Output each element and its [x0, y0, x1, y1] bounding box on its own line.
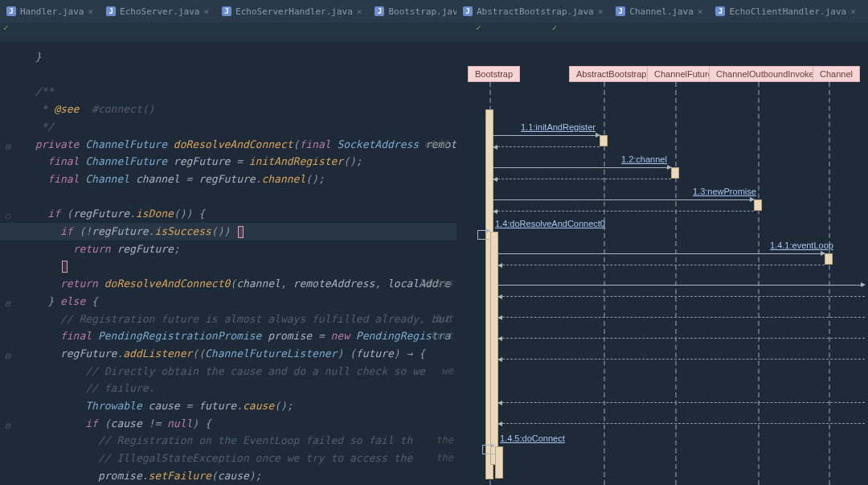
return-arrow-icon	[498, 317, 865, 318]
fold-icon[interactable]: ⊟	[5, 138, 16, 150]
tab-echoserverhandler[interactable]: EchoServerHandler.java×	[215, 0, 368, 23]
java-icon	[6, 6, 16, 16]
truncation-hint: trat	[430, 327, 453, 345]
return-arrow-icon	[498, 423, 865, 424]
gutter-icon[interactable]: ○	[5, 208, 16, 219]
tab-echoclienthandler[interactable]: EchoClientHandler.java×	[709, 0, 862, 23]
return-arrow-icon	[498, 359, 865, 360]
truncation-hint: but	[436, 310, 453, 328]
return-arrow-icon	[498, 402, 865, 403]
java-icon	[106, 6, 116, 16]
arrow-icon	[493, 135, 600, 136]
close-icon[interactable]: ×	[357, 6, 362, 17]
truncation-hint: the	[436, 450, 453, 467]
truncation-hint: the	[436, 432, 453, 450]
sequence-diagram-panel: AbstractBootstrap.java× Channel.java× Ec…	[457, 0, 868, 485]
tab-pom[interactable]: pom.xml (	[862, 0, 868, 23]
fold-icon[interactable]: ⊟	[5, 295, 16, 306]
java-icon	[616, 6, 625, 16]
code-editor[interactable]: } /** * @see #connect() */ ⊟ private Cha…	[0, 42, 457, 485]
participant-abstractbootstrap[interactable]: AbstractBootstrap	[569, 66, 653, 82]
tab-label: EchoServerHandler.java	[235, 6, 353, 17]
arrow-icon	[493, 167, 671, 168]
fold-icon[interactable]: ⊟	[5, 347, 16, 359]
seq-message[interactable]: 1.2:channel	[621, 154, 667, 164]
java-icon	[375, 6, 384, 16]
editor-checkbar-right: ✓ ✓	[457, 23, 868, 42]
tab-label: EchoServer.java	[120, 6, 199, 17]
seq-message[interactable]: 1.4.5:doConnect	[500, 434, 565, 443]
tab-abstractbootstrap[interactable]: AbstractBootstrap.java×	[457, 0, 609, 23]
lifeline	[829, 82, 830, 485]
java-icon	[715, 6, 725, 16]
editor-checkbar: ✓	[0, 23, 457, 42]
activation-bar	[495, 446, 503, 479]
check-icon: ✓	[549, 23, 561, 42]
truncation-hint: ldress	[419, 275, 453, 293]
close-icon[interactable]: ×	[698, 6, 703, 17]
return-arrow-icon	[493, 211, 754, 212]
activation-bar	[825, 253, 833, 265]
tab-label: Handler.java	[20, 6, 84, 17]
fold-icon[interactable]: ⊟	[5, 417, 16, 429]
tab-label: AbstractBootstrap.java	[477, 6, 594, 17]
text-cursor	[238, 226, 244, 238]
activation-bar	[754, 199, 762, 211]
close-icon[interactable]: ×	[88, 6, 93, 17]
lifeline	[675, 82, 677, 485]
seq-message[interactable]: 1.4:doResolveAndConnect0	[495, 219, 605, 228]
current-line: if (!regFuture.isSuccess())	[0, 223, 457, 240]
self-arrow-icon	[477, 230, 489, 240]
arrow-icon	[498, 253, 825, 254]
close-icon[interactable]: ×	[203, 6, 209, 17]
return-arrow-icon	[498, 296, 865, 297]
close-icon[interactable]: ×	[598, 6, 604, 17]
seq-message[interactable]: 1.3:newPromise	[693, 187, 756, 196]
lifeline	[758, 82, 760, 485]
participant-bootstrap[interactable]: Bootstrap	[468, 66, 520, 82]
return-arrow-icon	[493, 179, 671, 179]
check-icon: ✓	[0, 23, 12, 42]
self-arrow-icon	[482, 445, 494, 454]
return-arrow-icon	[493, 146, 600, 147]
tab-label: Bootstrap.java	[388, 6, 457, 17]
seq-message[interactable]: 1.1:initAndRegister	[521, 122, 596, 132]
close-icon[interactable]: ×	[850, 6, 856, 17]
tab-handler[interactable]: Handler.java×	[0, 0, 100, 23]
check-icon: ✓	[473, 23, 485, 42]
activation-bar	[600, 135, 608, 146]
selection-mark	[62, 261, 68, 273]
java-icon	[463, 6, 473, 16]
tab-label: Channel.java	[629, 6, 693, 17]
tab-bootstrap-1[interactable]: Bootstrap.java×	[368, 0, 457, 23]
java-icon	[222, 6, 231, 16]
participant-channel[interactable]: Channel	[813, 66, 860, 82]
return-arrow-icon	[498, 265, 825, 265]
tab-echoserver[interactable]: EchoServer.java×	[100, 0, 215, 23]
arrow-icon	[493, 199, 754, 200]
return-arrow-icon	[498, 338, 865, 339]
arrow-icon	[498, 285, 865, 286]
seq-message[interactable]: 1.4.1:eventLoop	[770, 240, 833, 250]
tab-label: EchoClientHandler.java	[729, 6, 846, 17]
truncation-hint: eAdd.	[424, 136, 453, 154]
activation-bar	[671, 167, 679, 179]
tab-channel[interactable]: Channel.java×	[609, 0, 709, 23]
participant-channeloutboundinvoker[interactable]: ChannelOutboundInvoker	[709, 66, 824, 82]
editor-tabs-row-right: AbstractBootstrap.java× Channel.java× Ec…	[457, 0, 868, 23]
editor-tabs-row-1: Handler.java× EchoServer.java× EchoServe…	[0, 0, 457, 23]
truncation-hint: we	[442, 363, 453, 380]
